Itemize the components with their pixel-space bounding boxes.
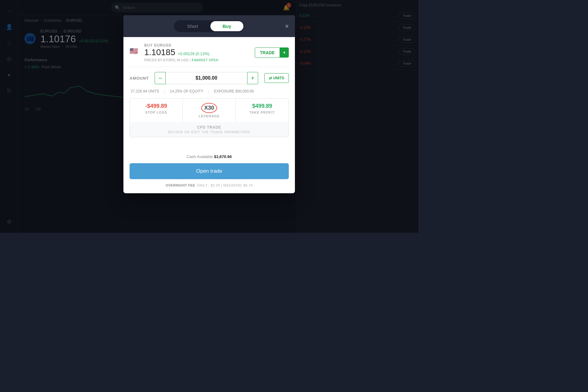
amount-meta: 27,226.94 UNITS | 14.25% OF EQUITY | EXP… [130,89,289,93]
tab-short[interactable]: Short [175,21,210,31]
cfd-info: CFD TRADE REVIEW OR EDIT THE TRADE PARAM… [130,122,288,137]
overnight-fee-label: OVERNIGHT FEE [166,183,195,187]
cash-amount: $1,670.94 [214,154,232,159]
divider-1 [130,67,289,67]
modal-close-button[interactable]: × [285,22,289,30]
leverage-label: LEVERAGE [199,114,220,118]
amount-plus-button[interactable]: + [247,72,258,84]
cfd-title: CFD TRADE [135,125,284,130]
tab-group: Short Buy [174,20,244,32]
take-profit-label: TAKE PROFIT [249,111,275,114]
amount-input[interactable] [166,72,247,84]
leverage-param[interactable]: X30 LEVERAGE [183,99,236,122]
amount-row: AMOUNT − + ⇄ UNITS [130,72,289,84]
modal-asset-info: BUY EURUSD 1.10185 +0.00129 (0.12%) PRIC… [144,43,251,62]
units-count: 27,226.94 UNITS [131,89,159,93]
amount-controls: − + [155,72,258,84]
market-open-badge: ℹ MARKET OPEN [192,58,218,62]
modal-price-meta: PRICES BY ETORO, IN USD | ℹ MARKET OPEN [144,58,251,62]
overnight-daily: DAILY : $2.25 [197,183,220,187]
amount-label: AMOUNT [130,76,151,81]
modal-buy-label: BUY EURUSD [144,43,251,47]
stop-loss-label: STOP LOSS [145,111,167,114]
leverage-circle: X30 [201,103,217,113]
amount-minus-button[interactable]: − [155,72,166,84]
equity-pct: 14.25% OF EQUITY [170,89,203,93]
trade-params-row: -$499.89 STOP LOSS X30 LEVERAGE $499.89 … [130,99,288,122]
stop-loss-value: -$499.89 [145,103,167,109]
modal-bottom: Cash Available $1,670.94 Open trade OVER… [123,148,295,193]
modal-asset-price: 1.10185 [144,47,175,57]
modal-tabs: Short Buy × [123,15,295,37]
trade-params-box: -$499.89 STOP LOSS X30 LEVERAGE $499.89 … [130,98,289,137]
modal-body: 🇺🇸 BUY EURUSD 1.10185 +0.00129 (0.12%) P… [123,37,295,148]
tab-buy[interactable]: Buy [210,21,243,31]
open-trade-button[interactable]: Open trade [130,163,289,179]
take-profit-param[interactable]: $499.89 TAKE PROFIT [236,99,288,122]
cfd-subtitle: REVIEW OR EDIT THE TRADE PARAMETERS [135,130,284,134]
units-icon: ⇄ [269,76,272,80]
cash-available: Cash Available $1,670.94 [130,154,289,159]
trade-btn-group: TRADE ▾ [255,47,289,58]
take-profit-value: $499.89 [252,103,272,109]
stop-loss-param[interactable]: -$499.89 STOP LOSS [130,99,183,122]
trade-dropdown-button[interactable]: ▾ [280,47,289,58]
modal-price-change: +0.00129 (0.12%) [178,51,209,56]
overnight-fee: OVERNIGHT FEE: DAILY : $2.25 | WEEKEND: … [130,183,289,187]
overnight-weekend: WEEKEND: $6.74 [223,183,253,187]
modal-asset-row: 🇺🇸 BUY EURUSD 1.10185 +0.00129 (0.12%) P… [130,43,289,62]
modal-flag-icon: 🇺🇸 [130,47,141,58]
leverage-value: X30 [204,105,214,111]
exposure: EXPOSURE $30,000.00 [214,89,254,93]
trade-main-button[interactable]: TRADE [255,47,280,58]
units-label: UNITS [273,76,284,80]
trade-modal: Short Buy × 🇺🇸 BUY EURUSD 1.10185 +0.001… [123,15,295,193]
units-button[interactable]: ⇄ UNITS [264,73,289,83]
